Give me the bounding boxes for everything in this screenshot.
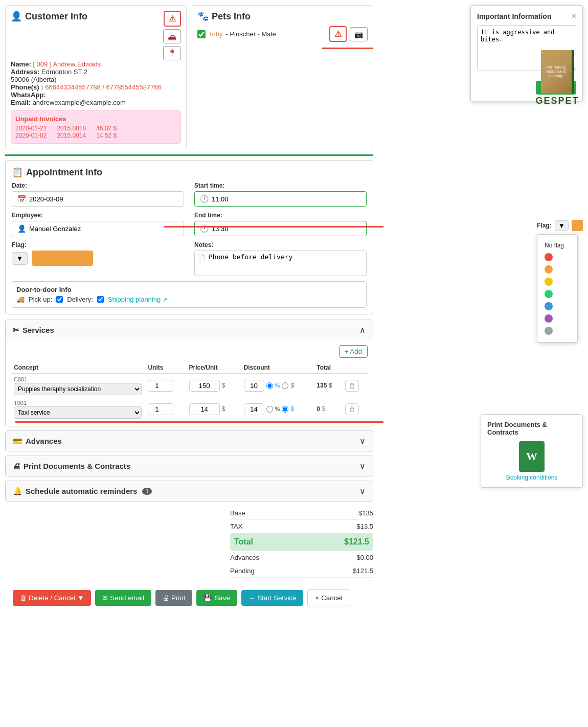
flag-blue[interactable]	[542, 300, 572, 312]
customer-name: Name: [ 009 ] Andrew Edwads	[11, 60, 181, 68]
delivery-label: Delivery:	[67, 296, 93, 303]
delete-service-2[interactable]: 🗑	[345, 403, 359, 415]
date-input[interactable]	[29, 195, 178, 203]
word-doc-icon: W	[519, 441, 545, 472]
employee-icon: 👤	[17, 224, 26, 233]
booking-conditions-doc[interactable]: W Booking conditions	[487, 441, 576, 481]
book-text: Pet Training Education & Ethology	[544, 65, 569, 78]
flag-red[interactable]	[542, 251, 572, 263]
invoice-row-1: 2020-01-21 2015.0018 46.02 $	[15, 125, 176, 132]
shipping-planning-link[interactable]: Shipping planning ↗	[108, 296, 167, 303]
services-table: Concept Units Price/Unit Discount Total …	[11, 362, 368, 421]
price-input-2[interactable]	[189, 403, 220, 415]
pet-camera-button[interactable]: 📷	[350, 27, 368, 41]
customer-email: Email: andrewexample@example.com	[11, 99, 181, 106]
units-input-1[interactable]	[148, 380, 173, 392]
delivery-checkbox[interactable]	[97, 296, 104, 303]
important-info-close-button[interactable]: ×	[572, 12, 576, 21]
discount-percent-radio-2[interactable]	[266, 406, 273, 413]
discount-input-1[interactable]	[244, 380, 264, 392]
flag-yellow[interactable]	[542, 276, 572, 288]
employee-label: Employee:	[12, 212, 184, 219]
door-to-door-label: Door-to-door Info	[16, 286, 362, 293]
send-email-button[interactable]: ✉ Send email	[95, 590, 151, 606]
discount-dollar-radio-2[interactable]	[282, 406, 288, 413]
red-dot	[545, 253, 553, 261]
customer-pin-button[interactable]: 📍	[163, 46, 181, 60]
flag-no-flag[interactable]: No flag	[542, 240, 572, 251]
flag-popup-dropdown[interactable]: ▼	[555, 220, 569, 231]
flag-dropdown-button[interactable]: ▼	[12, 252, 28, 265]
pets-info-title: 🐾 Pets Info	[197, 11, 368, 22]
right-panel: Important Information × It is aggressive…	[470, 5, 583, 111]
pet-checkbox[interactable]	[197, 30, 206, 38]
unpaid-label: Unpaid Invoices	[15, 115, 176, 123]
print-docs-header[interactable]: 🖨 Print Documents & Contracts ∨	[6, 456, 373, 476]
employee-input[interactable]	[29, 225, 178, 233]
gray-dot	[545, 327, 553, 335]
reminders-chevron: ∨	[359, 486, 366, 496]
dropdown-arrow-icon: ▼	[77, 594, 84, 602]
total-val-1: 135	[316, 382, 327, 389]
customer-whatsapp: WhatsApp:	[11, 91, 181, 99]
delete-cancel-button[interactable]: 🗑 Delete / Cancel ▼	[13, 590, 91, 606]
print-button[interactable]: 🖨 Print	[155, 590, 192, 606]
discount-input-2[interactable]	[244, 403, 264, 415]
summary-tax-row: TAX $13.5	[230, 520, 373, 533]
flag-gray[interactable]	[542, 325, 572, 337]
add-service-button[interactable]: + Add	[339, 345, 368, 358]
services-section: ✂ Services ∧ + Add Concept Units Price/U…	[5, 320, 373, 426]
red-line-2	[164, 226, 383, 228]
start-time-input[interactable]	[212, 195, 361, 203]
advances-title: 💳 Advances	[13, 437, 62, 446]
red-line-3	[15, 421, 383, 423]
service-select-2[interactable]: Taxi service	[14, 406, 142, 419]
advances-section: 💳 Advances ∨	[5, 430, 373, 451]
green-dot	[545, 290, 553, 298]
pet-name: Toby	[209, 30, 222, 38]
pet-row: Toby - Pinscher - Male ⚠ 📷	[197, 26, 368, 42]
flag-orange[interactable]	[542, 263, 572, 276]
print-icon: 🖨	[13, 462, 20, 470]
cancel-button[interactable]: × Cancel	[307, 589, 350, 606]
scissors-icon: ✂	[13, 326, 19, 335]
notes-textarea[interactable]: Phone before delivery	[209, 253, 364, 274]
save-icon: 💾	[203, 594, 212, 602]
customer-warning-button[interactable]: ⚠	[164, 11, 181, 27]
summary-total-row: Total $121.5	[230, 533, 373, 551]
price-input-1[interactable]	[189, 380, 220, 392]
gespet-wordmark: GESPET	[532, 96, 583, 106]
save-button[interactable]: 💾 Save	[196, 590, 237, 606]
service-select-1[interactable]: Puppies theraphy socialization	[14, 383, 142, 395]
units-input-2[interactable]	[148, 403, 173, 415]
appointment-icon: 📋	[12, 167, 23, 178]
print-docs-section: 🖨 Print Documents & Contracts ∨	[5, 456, 373, 476]
start-service-button[interactable]: → Start Service	[241, 590, 304, 606]
services-header[interactable]: ✂ Services ∧	[6, 320, 373, 340]
summary-panel: Base $135 TAX $13.5 Total $121.5 Advance…	[230, 507, 373, 578]
orange-dot	[545, 265, 553, 274]
date-group: Date: 📅	[12, 182, 184, 207]
service-row-2: T001 Taxi service	[11, 397, 368, 421]
delete-service-1[interactable]: 🗑	[345, 380, 359, 392]
discount-percent-radio-1[interactable]	[266, 382, 273, 389]
pet-details: - Pinscher - Male	[225, 30, 276, 38]
units-header: Units	[145, 362, 186, 374]
pickup-label: Pick up:	[29, 296, 52, 303]
flag-purple[interactable]	[542, 312, 572, 325]
customer-car-button[interactable]: 🚗	[163, 29, 181, 43]
notes-icon: 📄	[197, 254, 206, 262]
discount-dollar-radio-1[interactable]	[282, 382, 288, 389]
total-header: Total	[313, 362, 342, 374]
pet-warning-button[interactable]: ⚠	[329, 26, 347, 42]
doc-name: Booking conditions	[506, 474, 558, 481]
appointment-title: 📋 Appointment Info	[12, 167, 367, 178]
advances-header[interactable]: 💳 Advances ∨	[6, 431, 373, 451]
advances-icon: 💳	[13, 437, 22, 446]
pickup-checkbox[interactable]	[56, 296, 63, 303]
person-icon: 👤	[11, 11, 22, 22]
reminders-header[interactable]: 🔔 Schedule automatic reminders 1 ∨	[6, 481, 373, 501]
flag-green[interactable]	[542, 288, 572, 300]
pets-icon: 🐾	[197, 11, 209, 22]
flag-color-display	[32, 251, 93, 266]
